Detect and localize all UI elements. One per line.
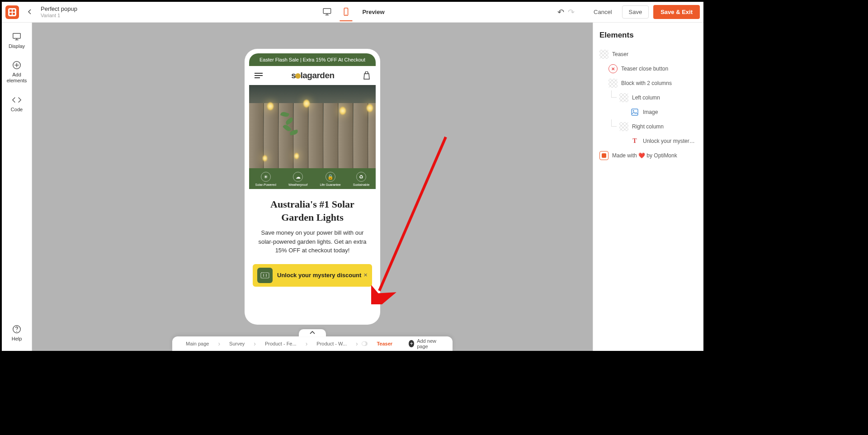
desktop-icon (322, 7, 332, 17)
teaser-text: Unlock your mystery discount (277, 272, 361, 279)
tree-made-with[interactable]: Made with ❤️ by OptiMonk (599, 148, 697, 163)
svg-point-10 (633, 110, 634, 112)
plus-circle-icon (12, 60, 22, 70)
tree-right-column[interactable]: Right column (619, 119, 697, 134)
sidebar-item-add-elements[interactable]: Add elements (2, 60, 32, 84)
variant-label: Variant 1 (41, 13, 77, 19)
canvas-area: Easter Flash Sale | Extra 15% OFF At Che… (32, 23, 593, 351)
tree-teaser-close[interactable]: ✕ Teaser close button (609, 61, 697, 76)
svg-point-6 (16, 331, 17, 331)
page-tab-teaser[interactable]: Teaser (368, 341, 401, 346)
svg-rect-7 (261, 273, 269, 278)
annotation-arrow (371, 132, 453, 304)
tool-sidebar: Display Add elements Code Help (2, 23, 32, 351)
code-icon (12, 95, 22, 105)
desktop-device-button[interactable] (321, 3, 333, 21)
svg-rect-9 (632, 109, 638, 115)
svg-point-2 (346, 14, 347, 15)
preview-site-header: slagarden (249, 66, 376, 85)
save-button[interactable]: Save (622, 5, 649, 19)
preview-label: Preview (362, 9, 384, 15)
sidebar-item-code[interactable]: Code (11, 95, 23, 113)
optimonk-icon (599, 151, 609, 160)
add-page-button[interactable]: + Add new page (401, 338, 448, 349)
page-tab-main[interactable]: Main page (177, 341, 218, 346)
mobile-preview-frame: Easter Flash Sale | Extra 15% OFF At Che… (245, 49, 380, 325)
container-icon (619, 122, 628, 131)
ticket-icon (257, 268, 273, 283)
pages-expand-handle[interactable] (299, 329, 326, 336)
elements-panel: Elements Teaser ✕ Teaser close button Bl… (593, 23, 703, 351)
bag-icon (363, 71, 370, 80)
preview-site-logo: slagarden (291, 71, 334, 80)
preview-hero-image: ☀Solar-Powered ☁Weatherproof 🔒Life Guara… (249, 85, 376, 189)
cancel-button[interactable]: Cancel (588, 6, 617, 18)
app-header: Perfect popup Variant 1 Preview ↶ ↷ Canc… (2, 2, 703, 23)
chevron-left-icon (27, 9, 33, 14)
svg-rect-3 (13, 33, 21, 38)
tree-teaser[interactable]: Teaser (599, 47, 697, 61)
campaign-title: Perfect popup (41, 5, 77, 13)
chevron-up-icon (310, 331, 315, 335)
display-icon (12, 32, 22, 42)
app-logo[interactable] (5, 5, 19, 19)
preview-body-text: Save money on your power bill with our s… (256, 228, 368, 255)
container-icon (599, 50, 609, 59)
preview-headline: Australia's #1 Solar Garden Lights (256, 198, 368, 224)
tree-unlock-text[interactable]: T Unlock your mystery ... (630, 134, 697, 148)
back-button[interactable] (23, 7, 37, 17)
page-tab-product-w[interactable]: Product - W... (307, 341, 356, 346)
help-icon (12, 324, 22, 334)
sidebar-item-display[interactable]: Display (9, 32, 25, 49)
redo-button[interactable]: ↷ (568, 7, 575, 17)
tree-image[interactable]: Image (630, 105, 697, 119)
hamburger-icon (255, 72, 263, 79)
plus-icon: + (409, 340, 414, 347)
svg-line-8 (379, 137, 446, 291)
close-circle-icon: ✕ (609, 64, 618, 73)
page-toggle[interactable] (362, 341, 368, 346)
save-exit-button[interactable]: Save & Exit (653, 5, 700, 19)
mobile-device-button[interactable] (340, 3, 352, 21)
preview-announcement-bar: Easter Flash Sale | Extra 15% OFF At Che… (249, 53, 376, 66)
pages-bar: Main page › Survey › Product - Fe... › P… (172, 336, 453, 351)
page-tab-product-fe[interactable]: Product - Fe... (256, 341, 306, 346)
teaser-close-button[interactable]: ✕ (363, 272, 368, 278)
page-tab-survey[interactable]: Survey (220, 341, 254, 346)
sidebar-item-help[interactable]: Help (12, 324, 22, 342)
undo-button[interactable]: ↶ (557, 7, 564, 17)
elements-panel-title: Elements (599, 31, 697, 40)
container-icon (609, 79, 618, 88)
tree-left-column[interactable]: Left column (619, 90, 697, 105)
container-icon (619, 93, 628, 102)
text-icon: T (630, 137, 639, 146)
chevron-right-icon: › (356, 340, 358, 347)
image-icon (630, 108, 639, 117)
tree-block-2col[interactable]: Block with 2 columns (609, 76, 697, 90)
mobile-icon (341, 7, 350, 16)
svg-rect-0 (323, 8, 331, 13)
preview-teaser[interactable]: Unlock your mystery discount ✕ (253, 264, 372, 287)
